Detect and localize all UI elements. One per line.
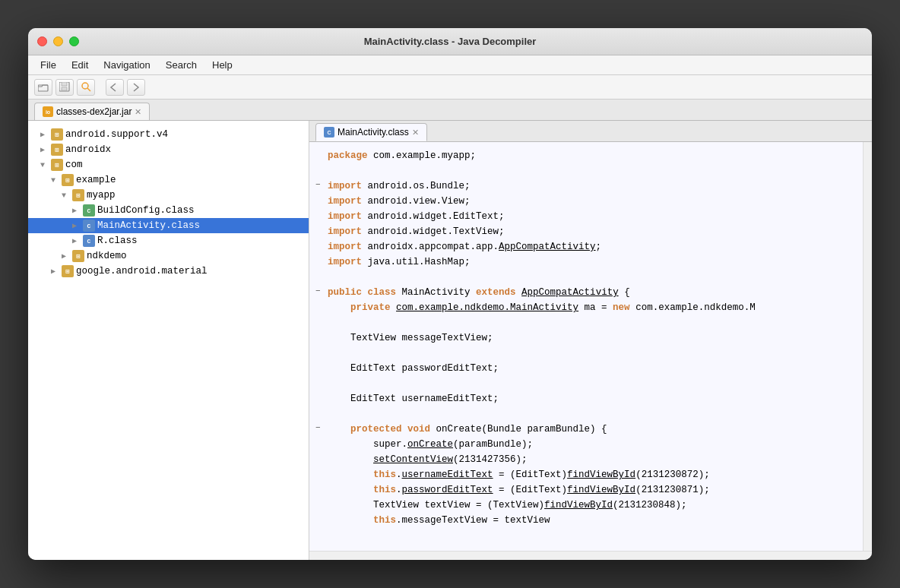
tree-label: ndkdemo [87, 251, 127, 261]
tree-node-com[interactable]: ▼ ⊞ com [28, 157, 309, 172]
code-content[interactable]: package com.example.myapp; − import andr… [309, 142, 863, 551]
package-icon: ⊞ [72, 250, 84, 262]
menu-search[interactable]: Search [160, 58, 203, 72]
top-tabs-area: io classes-dex2jar.jar ✕ [28, 100, 872, 121]
code-line: import android.view.View; [309, 194, 863, 209]
tree-node-mainactivity[interactable]: ▶ C MainActivity.class [28, 218, 309, 233]
package-icon: ⊞ [62, 174, 74, 186]
horizontal-scrollbar[interactable] [309, 551, 872, 560]
jar-tab-close[interactable]: ✕ [135, 107, 141, 117]
fold-gutter: − [315, 422, 328, 435]
tree-label: BuildConfig.class [97, 205, 195, 216]
tree-node-myapp[interactable]: ▼ ⊞ myapp [28, 188, 309, 203]
code-line: package com.example.myapp; [309, 148, 863, 163]
tree-label: com [65, 160, 83, 170]
code-tabs: C MainActivity.class ✕ [309, 121, 872, 142]
code-line: − public class MainActivity extends AppC… [309, 285, 863, 300]
window-title: MainActivity.class - Java Decompiler [364, 36, 537, 47]
code-text: public class MainActivity extends AppCom… [328, 285, 857, 300]
file-tree[interactable]: ▶ ⊞ android.support.v4 ▶ ⊞ androidx ▼ ⊞ … [28, 121, 309, 560]
svg-line-5 [87, 88, 90, 91]
tree-arrow: ▶ [51, 267, 62, 276]
package-icon: ⊞ [51, 128, 63, 141]
package-icon: ⊞ [51, 159, 63, 171]
main-area: ▶ ⊞ android.support.v4 ▶ ⊞ androidx ▼ ⊞ … [28, 121, 872, 560]
code-panel: C MainActivity.class ✕ package com.examp… [309, 121, 872, 560]
tree-node-google[interactable]: ▶ ⊞ google.android.material [28, 264, 309, 279]
jar-icon: io [43, 106, 53, 117]
code-line [309, 163, 863, 179]
vertical-scrollbar[interactable] [863, 142, 872, 551]
code-text [328, 346, 857, 361]
code-line: private com.example.ndkdemo.MainActivity… [309, 300, 863, 315]
menu-file[interactable]: File [34, 58, 62, 72]
code-line: this.usernameEditText = (EditText)findVi… [309, 467, 863, 482]
menu-edit[interactable]: Edit [65, 58, 94, 72]
code-text: setContentView(2131427356); [328, 452, 857, 467]
code-text: super.onCreate(paramBundle); [328, 437, 857, 452]
code-text [328, 270, 857, 285]
code-text: this.passwordEditText = (EditText)findVi… [328, 482, 857, 498]
toolbar-open-btn[interactable] [34, 79, 52, 96]
tree-node-androidx[interactable]: ▶ ⊞ androidx [28, 142, 309, 157]
jar-tab[interactable]: io classes-dex2jar.jar ✕ [34, 103, 150, 120]
toolbar-back-btn[interactable] [106, 79, 124, 96]
code-text [328, 315, 857, 330]
tree-arrow: ▶ [72, 236, 83, 245]
toolbar-save-btn[interactable] [55, 79, 74, 96]
tree-arrow: ▼ [62, 191, 72, 200]
code-text: private com.example.ndkdemo.MainActivity… [328, 300, 857, 315]
code-line [309, 376, 863, 391]
code-text [328, 376, 857, 391]
menu-navigation[interactable]: Navigation [97, 58, 156, 72]
tree-node-android-support[interactable]: ▶ ⊞ android.support.v4 [28, 127, 309, 142]
code-text: import android.os.Bundle; [328, 179, 857, 194]
code-scroll-wrapper: package com.example.myapp; − import andr… [309, 142, 872, 551]
code-line: this.messageTextView = textView [309, 513, 863, 528]
jar-tab-label: classes-dex2jar.jar [56, 106, 132, 117]
code-line: this.passwordEditText = (EditText)findVi… [309, 482, 863, 498]
code-text: import androidx.appcompat.app.AppCompatA… [328, 239, 857, 254]
toolbar-search-btn[interactable] [77, 79, 95, 96]
code-line: import androidx.appcompat.app.AppCompatA… [309, 239, 863, 254]
code-text: protected void onCreate(Bundle paramBund… [328, 422, 857, 437]
code-line: − protected void onCreate(Bundle paramBu… [309, 422, 863, 437]
code-text: import android.widget.EditText; [328, 209, 857, 224]
code-tab-mainactivity[interactable]: C MainActivity.class ✕ [315, 123, 427, 141]
minimize-button[interactable] [53, 36, 63, 46]
code-line: EditText passwordEditText; [309, 361, 863, 376]
menu-help[interactable]: Help [206, 58, 239, 72]
tree-label: myapp [87, 190, 116, 201]
maximize-button[interactable] [69, 36, 79, 46]
tree-arrow: ▶ [72, 206, 83, 215]
tree-node-buildconfig[interactable]: ▶ C BuildConfig.class [28, 203, 309, 218]
tree-label: example [76, 175, 116, 185]
class-icon: C [83, 235, 95, 247]
code-line: TextView textView = (TextView)findViewBy… [309, 498, 863, 513]
class-icon: C [83, 204, 95, 217]
code-text [328, 406, 857, 422]
code-line: setContentView(2131427356); [309, 452, 863, 467]
code-line [309, 315, 863, 330]
close-button[interactable] [37, 36, 47, 46]
code-text: EditText passwordEditText; [328, 361, 857, 376]
tree-arrow: ▶ [40, 145, 51, 154]
code-text: package com.example.myapp; [328, 148, 857, 163]
tree-arrow: ▶ [72, 221, 83, 230]
package-icon: ⊞ [51, 144, 63, 156]
tree-label: google.android.material [76, 266, 208, 277]
tree-arrow: ▼ [51, 176, 62, 185]
code-tab-close[interactable]: ✕ [412, 128, 419, 138]
tree-node-example[interactable]: ▼ ⊞ example [28, 172, 309, 188]
package-icon: ⊞ [72, 189, 84, 201]
title-bar: MainActivity.class - Java Decompiler [28, 28, 872, 55]
toolbar-forward-btn[interactable] [127, 79, 145, 96]
tree-node-r[interactable]: ▶ C R.class [28, 233, 309, 248]
tree-node-ndkdemo[interactable]: ▶ ⊞ ndkdemo [28, 248, 309, 264]
code-tab-label: MainActivity.class [338, 127, 409, 138]
code-line: EditText usernameEditText; [309, 391, 863, 406]
package-icon: ⊞ [62, 265, 74, 277]
code-line [309, 270, 863, 285]
toolbar [28, 75, 872, 100]
class-icon: C [83, 220, 95, 232]
